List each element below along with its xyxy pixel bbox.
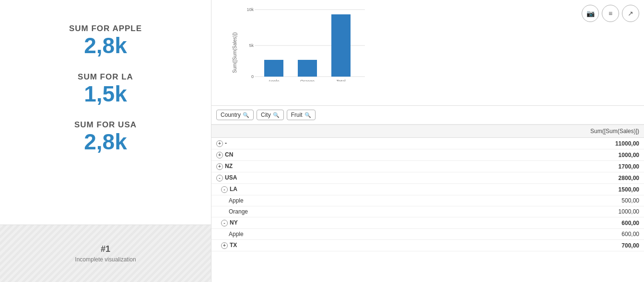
table-row: +NZ1700,00 xyxy=(211,161,644,172)
kpi-apple-value: 2,8k xyxy=(69,34,142,58)
data-table: Sum([Sum(Sales)]) +-11000,00+CN1000,00+N… xyxy=(211,124,644,251)
expand-icon[interactable]: + xyxy=(216,152,223,158)
row-value: 1000,00 xyxy=(307,206,644,217)
right-panel: 📷 ≡ ↗ Sum([Sum(Sales)]) 10k 5k 0 xyxy=(211,0,644,282)
table-row: +TX700,00 xyxy=(211,240,644,251)
row-label-text: Orange xyxy=(229,208,248,215)
table-header-row: Sum([Sum(Sales)]) xyxy=(211,125,644,138)
kpi-usa-label: SUM FOR USA xyxy=(74,120,137,130)
kpi-apple: SUM FOR APPLE 2,8k xyxy=(69,19,142,63)
row-label-text: Apple xyxy=(229,231,244,237)
fruit-label: Fruit xyxy=(291,112,303,118)
table-row: -NY600,00 xyxy=(211,217,644,229)
filter-fruit[interactable]: Fruit 🔍 xyxy=(287,110,316,120)
table-row: -USA2800,00 xyxy=(211,172,644,184)
kpi-section: SUM FOR APPLE 2,8k SUM FOR LA 1,5k SUM F… xyxy=(0,0,211,225)
expand-icon[interactable]: + xyxy=(216,163,223,170)
chart-canvas: 10k 5k 0 Apple Orange Total xyxy=(235,5,634,91)
row-label-text: LA xyxy=(230,186,237,192)
row-value: 600,00 xyxy=(307,229,644,240)
col-sales: Sum([Sum(Sales)]) xyxy=(307,125,644,138)
row-label-text: NY xyxy=(230,219,238,226)
svg-text:5k: 5k xyxy=(249,43,254,48)
filter-country[interactable]: Country 🔍 xyxy=(216,110,254,120)
chart-area: Sum([Sum(Sales)]) 10k 5k 0 xyxy=(211,0,644,105)
incomplete-number: #1 xyxy=(101,244,110,254)
row-value: 1700,00 xyxy=(307,161,644,172)
kpi-la-value: 1,5k xyxy=(78,82,133,106)
filter-city[interactable]: City 🔍 xyxy=(257,110,284,120)
svg-text:Total: Total xyxy=(336,79,345,81)
kpi-apple-label: SUM FOR APPLE xyxy=(69,24,142,34)
kpi-la-label: SUM FOR LA xyxy=(78,72,133,82)
row-value: 600,00 xyxy=(307,217,644,229)
table-row: +CN1000,00 xyxy=(211,149,644,161)
svg-text:Apple: Apple xyxy=(268,79,279,81)
fruit-search-icon: 🔍 xyxy=(304,112,311,118)
row-label-text: CN xyxy=(225,151,233,158)
row-label-text: TX xyxy=(230,242,237,248)
country-label: Country xyxy=(221,112,241,118)
row-label-text: USA xyxy=(225,174,237,181)
row-label-text: NZ xyxy=(225,163,233,169)
kpi-usa-value: 2,8k xyxy=(74,130,137,154)
col-dimension xyxy=(211,125,307,138)
bar-apple xyxy=(264,60,283,77)
row-value: 500,00 xyxy=(307,195,644,206)
row-value: 1500,00 xyxy=(307,184,644,195)
expand-icon[interactable]: - xyxy=(216,175,223,181)
incomplete-section: #1 Incomplete visualization xyxy=(0,225,211,282)
table-row: +-11000,00 xyxy=(211,138,644,149)
bar-total xyxy=(331,14,351,77)
row-label-text: Apple xyxy=(229,197,244,204)
svg-text:0: 0 xyxy=(251,74,254,79)
kpi-la: SUM FOR LA 1,5k xyxy=(78,68,133,111)
expand-icon[interactable]: - xyxy=(221,220,228,226)
row-value: 1000,00 xyxy=(307,149,644,161)
country-search-icon: 🔍 xyxy=(243,112,249,118)
table-row: Orange1000,00 xyxy=(211,206,644,217)
left-panel: SUM FOR APPLE 2,8k SUM FOR LA 1,5k SUM F… xyxy=(0,0,211,282)
svg-text:10k: 10k xyxy=(246,7,254,12)
expand-icon[interactable]: + xyxy=(216,140,223,147)
city-search-icon: 🔍 xyxy=(273,112,280,118)
expand-icon[interactable]: - xyxy=(221,186,228,193)
table-row: Apple600,00 xyxy=(211,229,644,240)
row-label-text: - xyxy=(225,140,227,147)
city-label: City xyxy=(261,112,271,118)
incomplete-label: Incomplete visualization xyxy=(75,256,136,263)
table-area: Country 🔍 City 🔍 Fruit 🔍 Sum([Sum(Sales)… xyxy=(211,105,644,282)
table-row: Apple500,00 xyxy=(211,195,644,206)
expand-icon[interactable]: + xyxy=(221,242,228,249)
bar-orange xyxy=(298,60,317,77)
bar-chart-svg: 10k 5k 0 Apple Orange Total xyxy=(235,5,370,81)
svg-text:Orange: Orange xyxy=(300,79,315,81)
table-row: -LA1500,00 xyxy=(211,184,644,195)
row-value: 11000,00 xyxy=(307,138,644,149)
filter-row: Country 🔍 City 🔍 Fruit 🔍 xyxy=(211,106,644,124)
row-value: 2800,00 xyxy=(307,172,644,184)
kpi-usa: SUM FOR USA 2,8k xyxy=(74,115,137,159)
row-value: 700,00 xyxy=(307,240,644,251)
